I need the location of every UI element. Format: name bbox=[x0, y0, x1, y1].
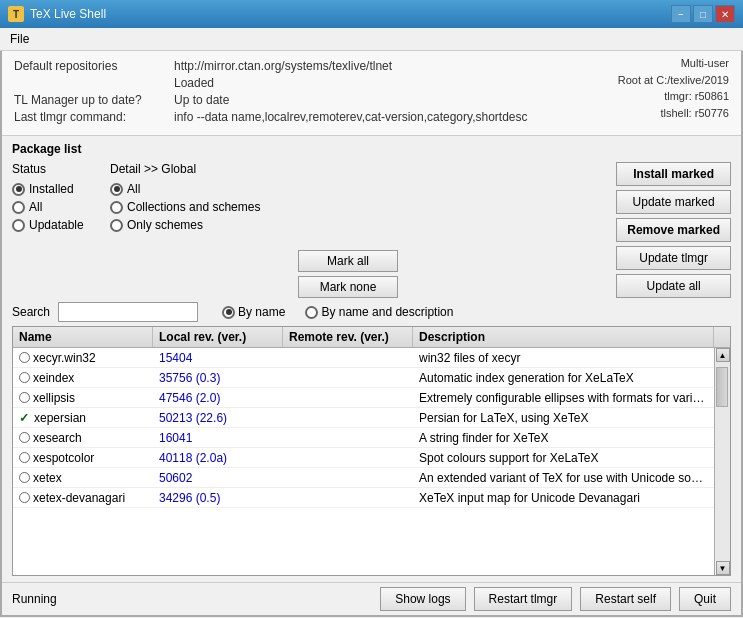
menu-bar: File bbox=[0, 28, 743, 51]
cell-remote-rev bbox=[283, 416, 413, 420]
remove-marked-button[interactable]: Remove marked bbox=[616, 218, 731, 242]
restart-tlmgr-button[interactable]: Restart tlmgr bbox=[474, 587, 573, 611]
cell-local-rev: 40118 (2.0a) bbox=[153, 449, 283, 467]
radio-only-schemes-input[interactable] bbox=[110, 219, 123, 232]
row-select-radio[interactable] bbox=[19, 432, 30, 443]
scrollbar[interactable]: ▲ ▼ bbox=[714, 348, 730, 575]
radio-updatable-input[interactable] bbox=[12, 219, 25, 232]
repos-row: Default repositories http://mirror.ctan.… bbox=[14, 59, 618, 73]
status-label: Status bbox=[12, 162, 102, 176]
scroll-down-arrow[interactable]: ▼ bbox=[716, 561, 730, 575]
row-select-radio[interactable] bbox=[19, 452, 30, 463]
cell-name: xeindex bbox=[13, 369, 153, 387]
window-controls: − □ ✕ bbox=[671, 5, 735, 23]
mark-buttons: Mark all Mark none bbox=[298, 162, 398, 298]
cell-name-text: xellipsis bbox=[33, 391, 75, 405]
radio-by-name-input[interactable] bbox=[222, 306, 235, 319]
radio-installed-label: Installed bbox=[29, 182, 74, 196]
table-row[interactable]: ✓xepersian50213 (22.6)Persian for LaTeX,… bbox=[13, 408, 714, 428]
update-all-button[interactable]: Update all bbox=[616, 274, 731, 298]
radio-by-name-desc[interactable]: By name and description bbox=[305, 305, 453, 319]
table-row[interactable]: xellipsis47546 (2.0)Extremely configurab… bbox=[13, 388, 714, 408]
lastcmd-row: Last tlmgr command: info --data name,loc… bbox=[14, 110, 618, 124]
mark-none-button[interactable]: Mark none bbox=[298, 276, 398, 298]
radio-only-schemes-label: Only schemes bbox=[127, 218, 203, 232]
radio-all-detail[interactable]: All bbox=[110, 182, 290, 196]
menu-file[interactable]: File bbox=[4, 30, 35, 48]
row-select-radio[interactable] bbox=[19, 392, 30, 403]
table-row[interactable]: xeindex35756 (0.3)Automatic index genera… bbox=[13, 368, 714, 388]
radio-by-name[interactable]: By name bbox=[222, 305, 285, 319]
right-line4: tlshell: r50776 bbox=[618, 105, 729, 122]
loaded-row: Loaded bbox=[14, 76, 618, 90]
table-row[interactable]: xesearch16041A string finder for XeTeX bbox=[13, 428, 714, 448]
cell-local-rev: 34296 (0.5) bbox=[153, 489, 283, 507]
repos-label: Default repositories bbox=[14, 59, 174, 73]
row-select-radio[interactable] bbox=[19, 372, 30, 383]
table-row[interactable]: xetex-devanagari34296 (0.5)XeTeX input m… bbox=[13, 488, 714, 508]
radio-all-detail-label: All bbox=[127, 182, 140, 196]
lastcmd-value: info --data name,localrev,remoterev,cat-… bbox=[174, 110, 618, 124]
cell-description: Automatic index generation for XeLaTeX bbox=[413, 369, 714, 387]
cell-description: A string finder for XeTeX bbox=[413, 429, 714, 447]
cell-description: Spot colours support for XeLaTeX bbox=[413, 449, 714, 467]
installed-check-icon: ✓ bbox=[19, 411, 29, 425]
info-right: Multi-user Root at C:/texlive/2019 tlmgr… bbox=[618, 55, 729, 127]
uptodate-row: TL Manager up to date? Up to date bbox=[14, 93, 618, 107]
table-row[interactable]: xecyr.win3215404win32 files of xecyr bbox=[13, 348, 714, 368]
radio-only-schemes[interactable]: Only schemes bbox=[110, 218, 290, 232]
cell-local-rev: 47546 (2.0) bbox=[153, 389, 283, 407]
radio-updatable[interactable]: Updatable bbox=[12, 218, 102, 232]
cell-name-text: xeindex bbox=[33, 371, 74, 385]
radio-all-status-label: All bbox=[29, 200, 42, 214]
table-body[interactable]: xecyr.win3215404win32 files of xecyrxein… bbox=[13, 348, 714, 575]
row-select-radio[interactable] bbox=[19, 352, 30, 363]
scroll-thumb[interactable] bbox=[716, 367, 728, 407]
scroll-track[interactable] bbox=[715, 362, 730, 561]
radio-all-status[interactable]: All bbox=[12, 200, 102, 214]
radio-collections-input[interactable] bbox=[110, 201, 123, 214]
update-tlmgr-button[interactable]: Update tlmgr bbox=[616, 246, 731, 270]
mark-all-button[interactable]: Mark all bbox=[298, 250, 398, 272]
close-button[interactable]: ✕ bbox=[715, 5, 735, 23]
install-marked-button[interactable]: Install marked bbox=[616, 162, 731, 186]
scroll-up-arrow[interactable]: ▲ bbox=[716, 348, 730, 362]
scroll-header-spacer bbox=[714, 327, 730, 348]
show-logs-button[interactable]: Show logs bbox=[380, 587, 465, 611]
row-select-radio[interactable] bbox=[19, 472, 30, 483]
right-line3: tlmgr: r50861 bbox=[618, 88, 729, 105]
radio-by-name-desc-label: By name and description bbox=[321, 305, 453, 319]
cell-local-rev: 50602 bbox=[153, 469, 283, 487]
table-row[interactable]: xetex50602An extended variant of TeX for… bbox=[13, 468, 714, 488]
quit-button[interactable]: Quit bbox=[679, 587, 731, 611]
minimize-button[interactable]: − bbox=[671, 5, 691, 23]
radio-installed[interactable]: Installed bbox=[12, 182, 102, 196]
radio-all-detail-input[interactable] bbox=[110, 183, 123, 196]
window-title: TeX Live Shell bbox=[30, 7, 106, 21]
cell-name-text: xetex-devanagari bbox=[33, 491, 125, 505]
radio-by-name-label: By name bbox=[238, 305, 285, 319]
update-marked-button[interactable]: Update marked bbox=[616, 190, 731, 214]
cell-description: win32 files of xecyr bbox=[413, 349, 714, 367]
cell-name-text: xespotcolor bbox=[33, 451, 94, 465]
title-bar-left: T TeX Live Shell bbox=[8, 6, 106, 22]
maximize-button[interactable]: □ bbox=[693, 5, 713, 23]
cell-local-rev: 35756 (0.3) bbox=[153, 369, 283, 387]
pkg-header: Package list bbox=[12, 142, 731, 156]
radio-all-status-input[interactable] bbox=[12, 201, 25, 214]
detail-label: Detail >> Global bbox=[110, 162, 290, 176]
status-text: Running bbox=[12, 592, 372, 606]
radio-collections[interactable]: Collections and schemes bbox=[110, 200, 290, 214]
radio-by-name-desc-input[interactable] bbox=[305, 306, 318, 319]
cell-name: xecyr.win32 bbox=[13, 349, 153, 367]
table-row[interactable]: xespotcolor40118 (2.0a)Spot colours supp… bbox=[13, 448, 714, 468]
radio-installed-input[interactable] bbox=[12, 183, 25, 196]
search-input[interactable] bbox=[58, 302, 198, 322]
radio-collections-label: Collections and schemes bbox=[127, 200, 260, 214]
main-window: Default repositories http://mirror.ctan.… bbox=[0, 51, 743, 617]
restart-self-button[interactable]: Restart self bbox=[580, 587, 671, 611]
action-buttons: Install marked Update marked Remove mark… bbox=[616, 162, 731, 298]
search-row: Search By name By name and description bbox=[12, 302, 731, 322]
row-select-radio[interactable] bbox=[19, 492, 30, 503]
cell-name-text: xesearch bbox=[33, 431, 82, 445]
